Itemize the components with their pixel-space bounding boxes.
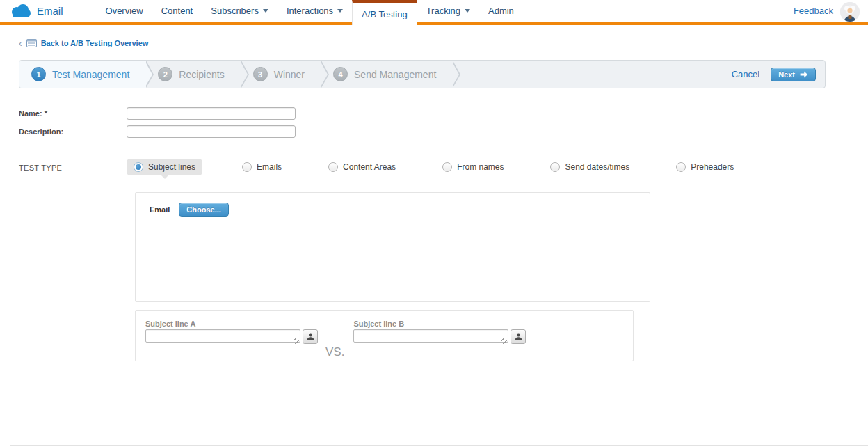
nav-subscribers[interactable]: Subscribers xyxy=(202,0,278,22)
nav-ab-testing[interactable]: A/B Testing xyxy=(352,0,417,25)
nav-label: Admin xyxy=(488,6,514,16)
email-label: Email xyxy=(150,205,170,214)
personalization-button-a[interactable] xyxy=(303,329,318,344)
list-icon xyxy=(26,39,37,47)
step-label: Winner xyxy=(274,69,305,80)
nav-label: Tracking xyxy=(426,6,460,16)
page-content: ‹ Back to A/B Testing Overview 1 Test Ma… xyxy=(10,25,868,446)
nav-content[interactable]: Content xyxy=(152,0,202,22)
brand-home[interactable]: Email xyxy=(0,0,63,22)
next-button-label: Next xyxy=(778,70,795,79)
radio-content-areas[interactable]: Content Areas xyxy=(321,159,403,175)
back-link-label: Back to A/B Testing Overview xyxy=(41,39,149,47)
caret-down-icon xyxy=(263,9,268,13)
choose-email-button[interactable]: Choose... xyxy=(179,203,229,217)
nav-right: Feedback xyxy=(794,0,868,22)
wizard-step-bar: 1 Test Management 2 Recipients 3 Winner … xyxy=(19,60,826,88)
radio-from-names[interactable]: From names xyxy=(435,159,511,175)
radio-icon xyxy=(134,162,143,172)
radio-icon xyxy=(550,162,560,172)
step-label: Send Management xyxy=(354,69,436,80)
step-recipients[interactable]: 2 Recipients xyxy=(146,61,241,88)
test-type-label: TEST TYPE xyxy=(19,159,127,172)
radio-label: Subject lines xyxy=(148,162,195,172)
email-row: Email Choose... xyxy=(150,203,650,217)
subject-line-a-row xyxy=(145,329,318,345)
radio-send-dates-times[interactable]: Send dates/times xyxy=(543,159,636,175)
back-to-overview-link[interactable]: Back to A/B Testing Overview xyxy=(26,39,149,47)
step-number-badge: 1 xyxy=(31,67,46,81)
nav-label: A/B Testing xyxy=(362,9,408,19)
chevron-left-icon: ‹ xyxy=(19,38,22,48)
caret-down-icon xyxy=(465,9,470,13)
avatar[interactable] xyxy=(840,2,860,22)
description-label: Description: xyxy=(19,127,127,136)
test-form: Name: * Description: TEST TYPE Subject l… xyxy=(10,107,868,361)
subject-line-b-row xyxy=(353,329,526,345)
step-number-badge: 3 xyxy=(253,67,268,81)
radio-label: Content Areas xyxy=(343,162,396,172)
nav-label: Interactions xyxy=(287,6,333,16)
step-number-badge: 2 xyxy=(158,67,172,81)
vs-label: VS. xyxy=(326,345,344,359)
step-label: Recipients xyxy=(179,69,224,80)
test-type-row: TEST TYPE Subject lines Emails Content A… xyxy=(19,159,868,175)
nav-label: Content xyxy=(161,6,193,16)
person-icon xyxy=(306,332,315,341)
radio-icon xyxy=(676,162,686,172)
radio-subject-lines[interactable]: Subject lines xyxy=(127,159,202,175)
name-row: Name: * xyxy=(19,107,868,120)
test-type-radio-group: Subject lines Emails Content Areas From … xyxy=(127,159,773,175)
personalization-button-b[interactable] xyxy=(511,329,526,344)
name-label: Name: * xyxy=(19,109,127,118)
nav-tracking[interactable]: Tracking xyxy=(417,0,479,22)
nav-admin[interactable]: Admin xyxy=(479,0,523,22)
subject-line-b-label: Subject line B xyxy=(353,320,526,328)
back-row: ‹ Back to A/B Testing Overview xyxy=(10,36,868,50)
subject-line-b-input[interactable] xyxy=(353,329,508,343)
subject-line-a-input[interactable] xyxy=(145,329,300,343)
primary-nav: Overview Content Subscribers Interaction… xyxy=(97,0,523,25)
subject-lines-panel: Subject line A xyxy=(135,310,634,361)
email-chooser-panel: Email Choose... xyxy=(135,192,650,302)
description-input[interactable] xyxy=(127,125,296,138)
top-navigation: Email Overview Content Subscribers Inter… xyxy=(0,0,868,22)
feedback-link[interactable]: Feedback xyxy=(794,6,833,16)
radio-icon xyxy=(442,162,452,172)
radio-preheaders[interactable]: Preheaders xyxy=(669,159,741,175)
step-send-management[interactable]: 4 Send Management xyxy=(321,61,453,88)
step-winner[interactable]: 3 Winner xyxy=(241,61,321,88)
subject-line-b-group: Subject line B xyxy=(353,320,526,345)
subject-line-a-group: Subject line A xyxy=(145,320,318,345)
brand-label: Email xyxy=(37,5,63,17)
nav-interactions[interactable]: Interactions xyxy=(278,0,352,22)
step-label: Test Management xyxy=(52,69,129,80)
nav-overview[interactable]: Overview xyxy=(97,0,152,22)
subject-line-a-label: Subject line A xyxy=(145,320,318,328)
radio-label: Send dates/times xyxy=(565,162,629,172)
step-number-badge: 4 xyxy=(333,67,348,81)
cancel-button[interactable]: Cancel xyxy=(732,69,760,79)
step-test-management[interactable]: 1 Test Management xyxy=(19,61,146,88)
caret-down-icon xyxy=(337,9,343,13)
next-arrow-icon xyxy=(799,70,808,79)
person-icon xyxy=(514,332,523,341)
radio-emails[interactable]: Emails xyxy=(235,159,289,175)
nav-label: Overview xyxy=(106,6,143,16)
radio-label: Preheaders xyxy=(691,162,734,172)
radio-label: From names xyxy=(457,162,504,172)
nav-label: Subscribers xyxy=(211,6,259,16)
name-input[interactable] xyxy=(127,107,296,120)
radio-label: Emails xyxy=(257,162,282,172)
radio-icon xyxy=(242,162,252,172)
description-row: Description: xyxy=(19,125,868,138)
radio-icon xyxy=(328,162,338,172)
next-button[interactable]: Next xyxy=(771,68,816,81)
wizard-actions: Cancel Next xyxy=(732,68,825,81)
cloud-logo-icon xyxy=(10,3,31,18)
